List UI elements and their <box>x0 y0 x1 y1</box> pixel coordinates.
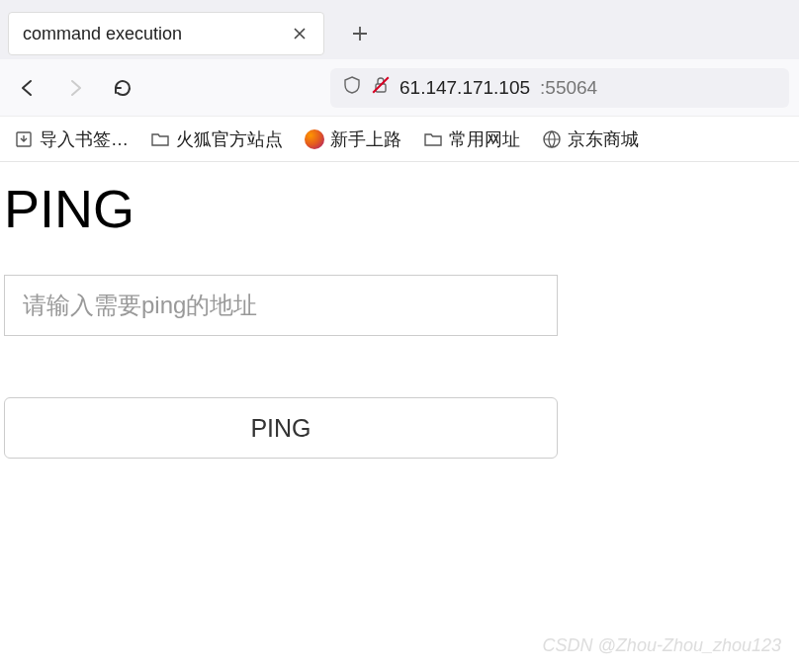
common-sites-bookmark[interactable]: 常用网址 <box>423 127 520 151</box>
back-button[interactable] <box>10 70 45 106</box>
firefox-official-bookmark[interactable]: 火狐官方站点 <box>150 127 283 151</box>
import-icon <box>14 129 34 149</box>
firefox-icon <box>305 129 324 149</box>
bookmark-label: 火狐官方站点 <box>176 127 283 151</box>
url-port: :55064 <box>540 77 597 99</box>
watermark: CSDN @Zhou-Zhou_zhou123 <box>543 635 781 656</box>
close-tab-icon[interactable] <box>290 24 310 43</box>
folder-icon <box>150 129 170 149</box>
bookmarks-bar: 导入书签… 火狐官方站点 新手上路 常用网址 京东商城 <box>0 117 799 162</box>
bookmark-label: 导入书签… <box>40 127 129 151</box>
bookmark-label: 新手上路 <box>330 127 401 151</box>
globe-icon <box>542 129 562 149</box>
browser-tab[interactable]: command execution <box>8 12 324 55</box>
page-content: PING PING <box>0 162 799 474</box>
broken-lock-icon[interactable] <box>372 76 390 99</box>
nav-bar: 61.147.171.105:55064 <box>0 59 799 117</box>
tab-title: command execution <box>23 24 182 44</box>
ping-button[interactable]: PING <box>4 397 558 459</box>
forward-button <box>57 70 93 106</box>
bookmark-label: 常用网址 <box>449 127 520 151</box>
jd-mall-bookmark[interactable]: 京东商城 <box>542 127 639 151</box>
getting-started-bookmark[interactable]: 新手上路 <box>305 127 401 151</box>
url-bar[interactable]: 61.147.171.105:55064 <box>330 68 789 108</box>
shield-icon[interactable] <box>342 75 362 100</box>
new-tab-button[interactable] <box>340 14 380 53</box>
reload-button[interactable] <box>105 70 140 106</box>
import-bookmarks[interactable]: 导入书签… <box>14 127 129 151</box>
url-host: 61.147.171.105 <box>400 77 530 99</box>
bookmark-label: 京东商城 <box>568 127 639 151</box>
tab-strip: command execution <box>0 0 799 59</box>
folder-icon <box>423 129 443 149</box>
ping-address-input[interactable] <box>4 275 558 336</box>
page-title: PING <box>4 178 795 239</box>
